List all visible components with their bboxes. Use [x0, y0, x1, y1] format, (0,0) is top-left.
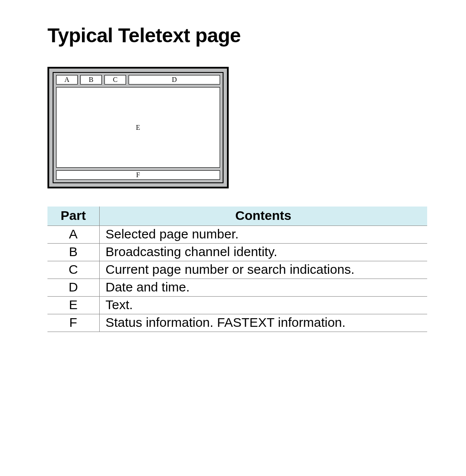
table-header-row: Part Contents — [47, 207, 427, 226]
table-row: D Date and time. — [47, 279, 427, 297]
table-row: C Current page number or search indicati… — [47, 261, 427, 279]
diagram-region-a: A — [56, 75, 78, 85]
part-cell: D — [47, 279, 99, 297]
diagram-frame: A B C D E F — [53, 72, 224, 183]
part-cell: E — [47, 297, 99, 314]
part-cell: F — [47, 314, 99, 332]
diagram-region-b: B — [80, 75, 102, 85]
contents-cell: Text. — [99, 297, 427, 314]
part-cell: A — [47, 226, 99, 244]
contents-cell: Status information. FASTEXT information. — [99, 314, 427, 332]
diagram-top-row: A B C D — [56, 75, 220, 85]
part-cell: C — [47, 261, 99, 279]
table-row: B Broadcasting channel identity. — [47, 244, 427, 261]
contents-cell: Current page number or search indication… — [99, 261, 427, 279]
table-row: E Text. — [47, 297, 427, 314]
diagram-region-d: D — [129, 75, 220, 85]
parts-table: Part Contents A Selected page number. B … — [47, 207, 427, 332]
contents-cell: Date and time. — [99, 279, 427, 297]
table-row: A Selected page number. — [47, 226, 427, 244]
table-row: F Status information. FASTEXT informatio… — [47, 314, 427, 332]
col-header-contents: Contents — [99, 207, 427, 226]
diagram-region-c: C — [104, 75, 126, 85]
teletext-diagram: A B C D E F — [47, 67, 229, 188]
part-cell: B — [47, 244, 99, 261]
contents-cell: Selected page number. — [99, 226, 427, 244]
contents-cell: Broadcasting channel identity. — [99, 244, 427, 261]
page-title: Typical Teletext page — [47, 24, 427, 47]
diagram-region-f: F — [56, 170, 220, 180]
diagram-region-e: E — [56, 87, 220, 168]
col-header-part: Part — [47, 207, 99, 226]
